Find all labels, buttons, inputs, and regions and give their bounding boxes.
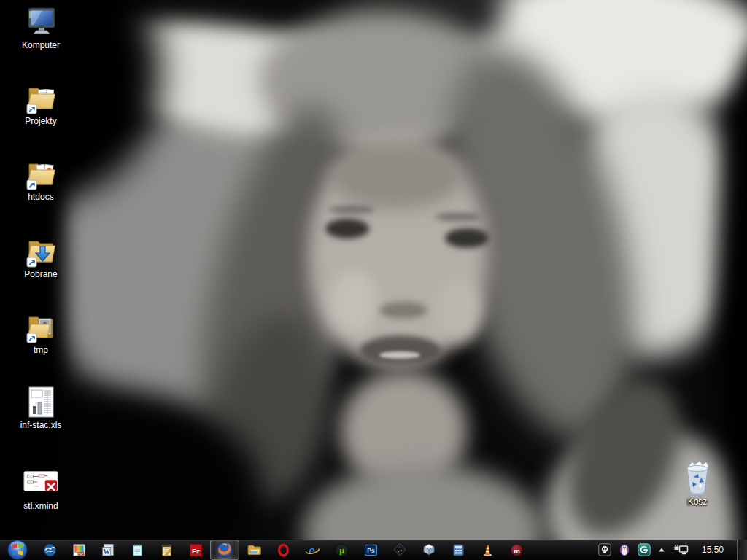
desktop-icon-htdocs[interactable]: htdocs: [12, 156, 69, 202]
wallpaper-shape: [445, 228, 489, 248]
chevron-up-icon: [657, 546, 666, 553]
tray-icon-gg-messenger[interactable]: [638, 543, 651, 556]
taskbar-app-inkscape[interactable]: [385, 540, 414, 560]
show-desktop-button[interactable]: [737, 540, 747, 560]
windows-start-orb-icon: [6, 538, 29, 560]
wallpaper-shape: [379, 351, 420, 359]
pdf-image-icon: PDF: [72, 543, 86, 557]
wallpaper-shape: [360, 335, 441, 366]
notes-pencil-icon: [160, 543, 174, 557]
folder-shortcut-icon: [23, 80, 58, 115]
desktop-icon-stl-xmind[interactable]: stl.xmind: [12, 465, 69, 511]
computer-icon: [23, 4, 58, 39]
taskbar-app-notepad[interactable]: [123, 540, 152, 560]
svg-text:Fz: Fz: [191, 546, 199, 554]
wallpaper-shape: [379, 302, 427, 319]
photoshop-icon: Ps: [364, 543, 378, 557]
taskbar-clock[interactable]: 15:50: [695, 545, 730, 555]
desktop-icon-komputer[interactable]: Komputer: [12, 4, 69, 50]
folder-photo-shortcut-icon: [23, 309, 58, 344]
tray-icon-pidgin[interactable]: [618, 543, 631, 556]
taskbar-app-internet-explorer[interactable]: e: [298, 540, 327, 560]
svg-text:Ps: Ps: [367, 547, 375, 554]
desktop-icon-label: htdocs: [28, 192, 53, 202]
openoffice-icon: [43, 543, 57, 557]
desktop-icon-pobrane[interactable]: Pobrane: [12, 233, 69, 279]
desktop-icon-tmp[interactable]: tmp: [12, 309, 69, 355]
taskbar-app-filezilla[interactable]: Fz: [181, 540, 210, 560]
notification-area: 15:50: [598, 540, 747, 560]
downloads-folder-shortcut-icon: [23, 233, 58, 268]
taskbar-app-virtualbox[interactable]: [414, 540, 444, 560]
folder-documents-shortcut-icon: [23, 156, 58, 191]
tray-icon-skull[interactable]: [598, 543, 611, 556]
notepad-icon: [131, 543, 144, 557]
taskbar-app-photoshop[interactable]: Ps: [356, 540, 385, 560]
spreadsheet-file-icon: [23, 384, 58, 419]
wallpaper-shape: [435, 279, 483, 343]
taskbar-app-explorer[interactable]: [239, 540, 268, 560]
start-button[interactable]: [0, 540, 35, 560]
taskbar-app-miranda[interactable]: m: [502, 540, 531, 560]
taskbar-app-pdf-image[interactable]: PDF: [64, 540, 93, 560]
svg-text:µ: µ: [339, 545, 344, 554]
desktop-icon-label: Projekty: [25, 117, 56, 126]
vlc-icon: [481, 543, 495, 557]
svg-text:PDF: PDF: [78, 552, 83, 555]
desktop-icon-label: tmp: [34, 346, 48, 355]
gg-spiral-icon: [638, 543, 651, 556]
wallpaper-shape: [328, 142, 463, 209]
inkscape-icon: [392, 542, 407, 557]
penguin-icon: [618, 543, 631, 556]
desktop-icon-kosz-recycle-bin[interactable]: Kosz: [669, 461, 726, 507]
desktop-icon-label: Komputer: [22, 41, 60, 50]
calculator-icon: [452, 543, 465, 557]
taskbar-app-opera[interactable]: [268, 540, 298, 560]
desktop: Komputer Projekty htdocs: [0, 0, 747, 540]
show-hidden-icons-button[interactable]: [657, 546, 666, 553]
recycle-bin-full-icon: [681, 459, 713, 497]
taskbar-app-word[interactable]: W: [93, 540, 123, 560]
taskbar-app-utorrent[interactable]: µ: [327, 540, 356, 560]
desktop-icon-inf-stac-xls[interactable]: inf-stac.xls: [12, 384, 69, 430]
wallpaper-shape: [328, 206, 375, 214]
desktop-icon-label: Pobrane: [24, 270, 57, 279]
svg-text:m: m: [514, 546, 520, 554]
taskbar-app-vlc[interactable]: [473, 540, 502, 560]
virtualbox-icon: [422, 542, 436, 557]
taskbar-app-notes-pencil[interactable]: [152, 540, 181, 560]
wired-network-icon: [673, 543, 689, 556]
internet-explorer-icon: e: [305, 542, 320, 558]
desktop-icon-label: stl.xmind: [23, 502, 58, 511]
skull-icon: [598, 543, 611, 556]
wallpaper-shape: [330, 270, 378, 334]
utorrent-icon: µ: [335, 543, 349, 557]
opera-icon: [276, 543, 290, 557]
taskbar: PDF W Fz: [0, 540, 747, 560]
desktop-icon-projekty[interactable]: Projekty: [12, 80, 69, 126]
wallpaper-shape: [325, 219, 369, 238]
taskbar-app-firefox-active[interactable]: [210, 540, 239, 560]
taskbar-app-openoffice[interactable]: [35, 540, 64, 560]
desktop-icon-label: inf-stac.xls: [20, 421, 62, 430]
miranda-icon: m: [510, 543, 524, 557]
svg-text:e: e: [309, 543, 315, 556]
filezilla-icon: Fz: [189, 543, 203, 557]
firefox-icon: [216, 541, 233, 559]
wallpaper-shape: [303, 463, 543, 540]
explorer-folder-icon: [247, 542, 261, 557]
taskbar-app-calculator[interactable]: [444, 540, 473, 560]
wallpaper-shape: [435, 213, 481, 221]
word-icon: W: [101, 543, 115, 557]
xmind-file-icon: [23, 470, 58, 495]
svg-text:W: W: [103, 548, 110, 556]
desktop-icon-label: Kosz: [688, 497, 708, 507]
network-tray-icon[interactable]: [673, 543, 689, 556]
